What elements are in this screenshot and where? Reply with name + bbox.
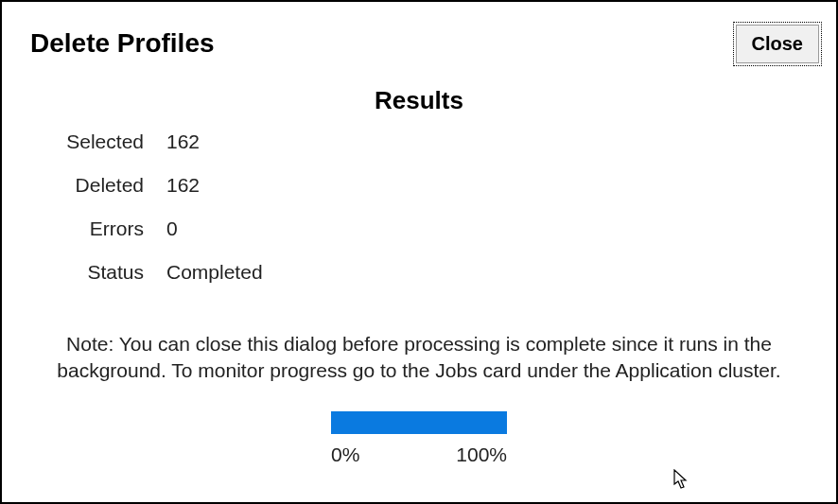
dialog-title: Delete Profiles: [30, 28, 215, 59]
close-button[interactable]: Close: [736, 25, 819, 63]
selected-label: Selected: [21, 130, 144, 153]
progress-max-label: 100%: [456, 443, 507, 466]
deleted-value: 162: [166, 174, 836, 197]
selected-value: 162: [166, 130, 836, 153]
progress-bar-fill: [331, 411, 507, 434]
note-text: Note: You can close this dialog before p…: [40, 331, 798, 385]
dialog-header: Delete Profiles Close: [2, 2, 836, 63]
deleted-label: Deleted: [21, 174, 144, 197]
progress-labels: 0% 100%: [331, 443, 507, 466]
progress-bar: [331, 411, 507, 434]
status-label: Status: [21, 261, 144, 284]
progress-min-label: 0%: [331, 443, 359, 466]
delete-profiles-dialog: Delete Profiles Close Results Selected 1…: [0, 0, 838, 504]
cursor-icon: [673, 469, 689, 490]
results-stats: Selected 162 Deleted 162 Errors 0 Status…: [21, 130, 836, 284]
results-heading: Results: [2, 86, 836, 115]
status-value: Completed: [166, 261, 836, 284]
progress-section: 0% 100%: [331, 411, 507, 466]
errors-label: Errors: [21, 217, 144, 240]
errors-value: 0: [166, 217, 836, 240]
